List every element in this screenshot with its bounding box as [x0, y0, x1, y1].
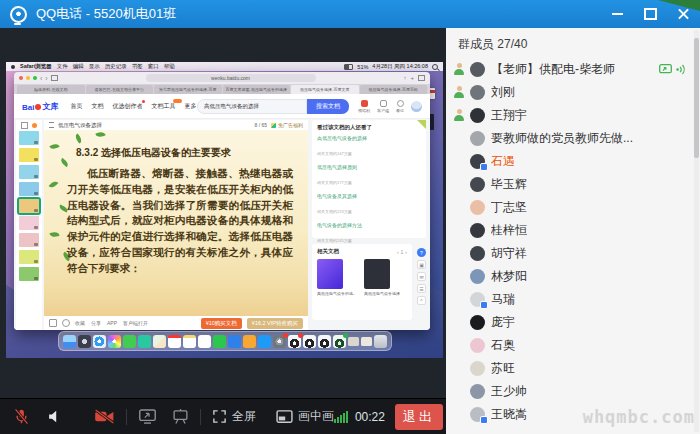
fullscreen-button[interactable]: 全屏 — [212, 408, 256, 425]
collect-link: 收藏 — [75, 320, 85, 326]
safari-toolbar: ‹ › wenku.baidu.com ↑ + — [14, 72, 430, 84]
numbers-icon — [213, 335, 226, 348]
leaf-decoration — [95, 131, 105, 139]
photos-icon — [108, 335, 121, 348]
member-row[interactable]: 毕玉辉 — [446, 173, 700, 196]
leaf-decoration — [50, 231, 60, 238]
card-corner-fold — [417, 120, 426, 129]
video-call-icon — [10, 6, 27, 23]
share-screen-icon — [138, 408, 157, 425]
facetime-icon — [138, 335, 151, 348]
member-row[interactable]: 庞宇 — [446, 311, 700, 334]
maximize-button[interactable] — [634, 0, 667, 28]
related-item: 电气设备及其选择 相关文档约223万篇 — [317, 193, 421, 217]
related-column: 看过该文档的人还看了 高低压电气设备的选择 相关文档约147万篇 低压电气选择原… — [312, 120, 426, 330]
avatar-badge — [480, 163, 488, 171]
exit-button[interactable]: 退出 — [395, 404, 443, 430]
member-name: 苏旺 — [491, 360, 515, 377]
member-row[interactable]: 林梦阳 — [446, 265, 700, 288]
member-row[interactable]: 石遇 — [446, 150, 700, 173]
avatar — [470, 315, 485, 330]
wenku-body: 低压电气设备选择 8 / 65 免广告福利 — [14, 118, 430, 330]
new-badge — [173, 99, 182, 103]
minimize-icon — [612, 13, 623, 15]
member-row[interactable]: 王翔宇 — [446, 104, 700, 127]
sharing-screen-icon — [659, 64, 672, 75]
reminders-icon — [198, 335, 211, 348]
related-item: 电气设备的选择方法 相关文档约245万篇 — [317, 222, 421, 246]
call-controls: 全屏 画中画 00:22 退出 — [0, 398, 446, 434]
video-area[interactable]: Safari浏览器 文件 编辑 显示 历史记录 书签 窗口 帮助 51% 4月2… — [0, 28, 446, 399]
floating-toolbar: ? ▣ ✉ ☰ ^ — [417, 248, 426, 305]
member-row[interactable]: 马瑞 — [446, 288, 700, 311]
member-row[interactable]: 丁志坚 — [446, 196, 700, 219]
ad-free-link: 免广告福利 — [271, 122, 303, 128]
finder-icon — [63, 335, 76, 348]
menubar-datetime: 4月28日 周四 14:26:08 — [372, 63, 428, 70]
member-row[interactable]: 胡守祥 — [446, 242, 700, 265]
close-traffic-light — [19, 76, 23, 80]
avatar — [470, 131, 485, 146]
avatar — [470, 85, 485, 100]
pip-button[interactable]: 画中画 — [276, 408, 334, 425]
maximize-icon — [644, 8, 657, 20]
qq-call-window: QQ电话 - 5520机电01班 Safari浏览器 文件 编辑 显示 历史记录… — [0, 0, 700, 434]
wenku-page: Bai 文库 首页 文档 优选创作者 文档工具 更多 — [14, 94, 430, 330]
avatar — [470, 292, 485, 307]
search-input — [197, 99, 307, 114]
vip-buy-button: ¥16.2 VIP特价购买 — [247, 318, 303, 329]
member-row[interactable]: 【老师】供配电-柴老师 — [446, 58, 700, 81]
avatar-badge — [480, 301, 488, 309]
grid-view-icon — [21, 122, 28, 129]
avatar — [470, 200, 485, 215]
nav-more: 更多 — [184, 102, 196, 111]
menu-bookmarks: 书签 — [132, 63, 143, 70]
member-row[interactable]: 要教师做的党员教师先做... — [446, 127, 700, 150]
member-row[interactable]: 刘刚 — [446, 81, 700, 104]
keynote-icon — [228, 335, 241, 348]
camera-muted-button[interactable] — [94, 408, 115, 425]
member-name: 毕玉辉 — [491, 176, 527, 193]
members-panel: 群成员 27/40 【老师】供配电-柴老师 — [446, 28, 700, 434]
notes-icon — [183, 335, 196, 348]
scrollbar-track[interactable] — [694, 30, 699, 432]
speaker-icon — [47, 408, 64, 425]
share-screen-button[interactable] — [138, 408, 157, 425]
qq-sharing-icon — [333, 335, 346, 348]
nav-home: 首页 — [70, 102, 82, 111]
battery-icon — [344, 64, 353, 70]
member-row[interactable]: 桂梓恒 — [446, 219, 700, 242]
wenku-nav: 首页 文档 优选创作者 文档工具 更多 — [70, 102, 196, 111]
document-viewer: 低压电气设备选择 8 / 65 免广告福利 — [44, 120, 308, 330]
spotlight-icon — [432, 64, 438, 70]
member-row[interactable]: 王少帅 — [446, 380, 700, 403]
minimized-window-icon — [361, 337, 372, 346]
ad-free-icon — [271, 123, 276, 128]
signal-strength-icon — [334, 411, 348, 423]
search-button: 搜索文档 — [307, 99, 349, 114]
calendar-icon — [168, 335, 181, 348]
menu-help: 帮助 — [164, 63, 175, 70]
member-name: 林梦阳 — [491, 268, 527, 285]
member-row[interactable]: 石奥 — [446, 334, 700, 357]
mic-muted-button[interactable] — [12, 407, 31, 426]
member-name: 马瑞 — [491, 291, 515, 308]
member-row[interactable]: 苏旺 — [446, 357, 700, 380]
menu-view: 显示 — [89, 63, 100, 70]
minimized-window-icon — [348, 337, 359, 346]
whiteboard-button[interactable] — [172, 408, 189, 425]
scrollbar-thumb[interactable] — [694, 38, 699, 158]
camera-muted-icon — [94, 408, 115, 425]
avatar — [470, 407, 485, 422]
qq-icon — [303, 335, 316, 348]
minimize-button[interactable] — [601, 0, 634, 28]
related-item: 高低压电气设备的选择 相关文档约147万篇 — [317, 135, 421, 159]
member-name: 石奥 — [491, 337, 515, 354]
avatar — [470, 246, 485, 261]
safari-tab-bar: 精选资料-在线文档 道客巴巴-在线文档分享平台 第七章低压电气设备的选择-百度 … — [14, 84, 430, 94]
related-doc: 高低压电气设备选择 — [364, 259, 406, 296]
divider — [200, 409, 201, 425]
gift-icon — [361, 100, 368, 107]
member-name: 丁志坚 — [491, 199, 527, 216]
speaker-button[interactable] — [47, 408, 64, 425]
